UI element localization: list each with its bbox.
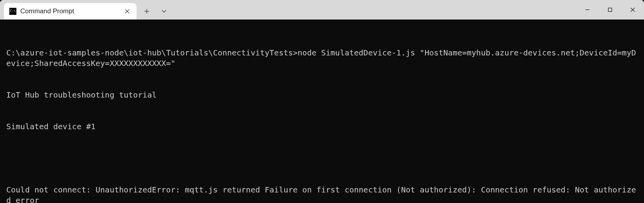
new-tab-button[interactable] [138, 3, 155, 20]
cmd-icon: C:\ [9, 8, 16, 15]
plus-icon [144, 9, 149, 14]
terminal-line: C:\azure-iot-samples-node\iot-hub\Tutori… [6, 48, 638, 69]
close-icon [125, 9, 130, 14]
maximize-icon [607, 7, 613, 12]
svg-rect-5 [608, 8, 612, 12]
close-tab-button[interactable] [123, 7, 132, 16]
terminal-line: Could not connect: UnauthorizedError: mq… [6, 185, 638, 203]
close-window-button[interactable] [621, 2, 644, 18]
terminal-output[interactable]: C:\azure-iot-samples-node\iot-hub\Tutori… [0, 20, 644, 203]
titlebar: C:\ Command Prompt [0, 0, 644, 20]
close-icon [630, 7, 635, 12]
minimize-button[interactable] [576, 2, 599, 18]
chevron-down-icon [162, 10, 166, 13]
terminal-line [6, 153, 638, 164]
tab-title: Command Prompt [20, 7, 119, 15]
terminal-line: IoT Hub troubleshooting tutorial [6, 90, 638, 100]
maximize-button[interactable] [599, 2, 621, 18]
tab-dropdown-button[interactable] [155, 3, 173, 20]
minimize-icon [585, 7, 590, 12]
window-controls [576, 0, 644, 20]
terminal-line: Simulated device #1 [6, 121, 638, 132]
tab-command-prompt[interactable]: C:\ Command Prompt [4, 3, 137, 20]
